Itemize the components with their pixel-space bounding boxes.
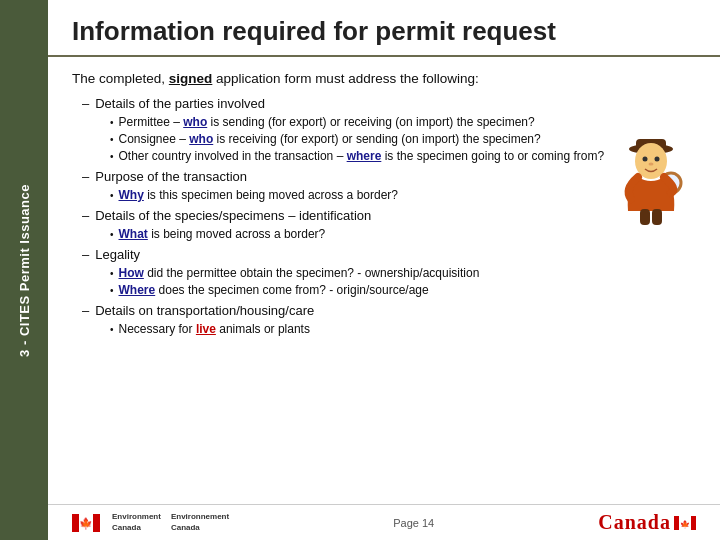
bullet-dot: • bbox=[110, 268, 114, 279]
list-item: • Where does the specimen come from? - o… bbox=[110, 283, 696, 297]
list-item: • What is being moved across a border? bbox=[110, 227, 696, 241]
dash-1: – bbox=[82, 96, 89, 111]
section-legality-header: – Legality bbox=[82, 247, 696, 262]
section-purpose: – Purpose of the transaction • Why is th… bbox=[82, 169, 696, 202]
decorative-figure bbox=[616, 131, 686, 231]
sidebar-label: 3 - CITES Permit Issuance bbox=[17, 184, 32, 357]
svg-rect-16 bbox=[691, 516, 696, 530]
bullet-dot: • bbox=[110, 324, 114, 335]
bullet-dot: • bbox=[110, 285, 114, 296]
bullet-text: Consignee – who is receiving (for export… bbox=[119, 132, 541, 146]
parties-bullet-list: • Permittee – who is sending (for export… bbox=[110, 115, 696, 163]
svg-text:🍁: 🍁 bbox=[79, 516, 93, 530]
bullet-text: Why is this specimen being moved across … bbox=[119, 188, 398, 202]
sidebar: 3 - CITES Permit Issuance bbox=[0, 0, 48, 540]
list-item: • Why is this specimen being moved acros… bbox=[110, 188, 696, 202]
list-item: • Other country involved in the transact… bbox=[110, 149, 696, 163]
bullet-text: Other country involved in the transactio… bbox=[119, 149, 605, 163]
canada-text: Canada bbox=[598, 511, 671, 534]
page-header: Information required for permit request bbox=[48, 0, 720, 57]
bullet-dot: • bbox=[110, 229, 114, 240]
page-footer: 🍁 Environment Canada Environnement Canad… bbox=[48, 504, 720, 540]
list-item: • Consignee – who is receiving (for expo… bbox=[110, 132, 696, 146]
svg-point-5 bbox=[649, 163, 654, 166]
main-panel: Information required for permit request … bbox=[48, 0, 720, 540]
legality-bullet-list: • How did the permittee obtain the speci… bbox=[110, 266, 696, 297]
section-parties-header: – Details of the parties involved bbox=[82, 96, 696, 111]
canada-wordmark: Canada 🍁 bbox=[598, 511, 696, 534]
section-parties: – Details of the parties involved • Perm… bbox=[82, 96, 696, 163]
page-number: Page 14 bbox=[229, 517, 598, 529]
list-item: • Necessary for live animals or plants bbox=[110, 322, 696, 336]
dash-4: – bbox=[82, 247, 89, 262]
dash-3: – bbox=[82, 208, 89, 223]
svg-point-3 bbox=[643, 157, 648, 162]
bullet-dot: • bbox=[110, 117, 114, 128]
svg-rect-9 bbox=[652, 209, 662, 225]
svg-text:🍁: 🍁 bbox=[680, 519, 690, 529]
bullet-text: How did the permittee obtain the specime… bbox=[119, 266, 480, 280]
logo-en: Environment Canada bbox=[112, 512, 161, 533]
canada-flag-small: 🍁 bbox=[674, 516, 696, 530]
bullet-text: Necessary for live animals or plants bbox=[119, 322, 310, 336]
bullet-text: Permittee – who is sending (for export) … bbox=[119, 115, 535, 129]
species-bullet-list: • What is being moved across a border? bbox=[110, 227, 696, 241]
svg-rect-14 bbox=[674, 516, 679, 530]
logo-fr: Environnement Canada bbox=[171, 512, 229, 533]
svg-rect-12 bbox=[93, 514, 100, 532]
section-purpose-title: Purpose of the transaction bbox=[95, 169, 247, 184]
page-title: Information required for permit request bbox=[72, 16, 556, 46]
bullet-dot: • bbox=[110, 190, 114, 201]
env-canada-logos: Environment Canada Environnement Canada bbox=[112, 512, 229, 533]
bullet-dot: • bbox=[110, 151, 114, 162]
section-transport-header: – Details on transportation/housing/care bbox=[82, 303, 696, 318]
footer-logos: 🍁 Environment Canada Environnement Canad… bbox=[72, 512, 229, 533]
detective-svg bbox=[616, 131, 686, 231]
section-parties-title: Details of the parties involved bbox=[95, 96, 265, 111]
bullet-text: What is being moved across a border? bbox=[119, 227, 326, 241]
svg-rect-10 bbox=[72, 514, 79, 532]
content-wrapper: The completed, signed application form m… bbox=[72, 71, 696, 336]
bullet-text: Where does the specimen come from? - ori… bbox=[119, 283, 429, 297]
section-transport: – Details on transportation/housing/care… bbox=[82, 303, 696, 336]
section-species-title: Details of the species/specimens – ident… bbox=[95, 208, 371, 223]
section-transport-title: Details on transportation/housing/care bbox=[95, 303, 314, 318]
list-item: • Permittee – who is sending (for export… bbox=[110, 115, 696, 129]
purpose-bullet-list: • Why is this specimen being moved acros… bbox=[110, 188, 696, 202]
dash-2: – bbox=[82, 169, 89, 184]
transport-bullet-list: • Necessary for live animals or plants bbox=[110, 322, 696, 336]
intro-text: The completed, signed application form m… bbox=[72, 71, 696, 86]
section-legality: – Legality • How did the permittee obtai… bbox=[82, 247, 696, 297]
section-legality-title: Legality bbox=[95, 247, 140, 262]
section-purpose-header: – Purpose of the transaction bbox=[82, 169, 696, 184]
dash-5: – bbox=[82, 303, 89, 318]
svg-rect-8 bbox=[640, 209, 650, 225]
list-item: • How did the permittee obtain the speci… bbox=[110, 266, 696, 280]
svg-point-4 bbox=[655, 157, 660, 162]
bullet-dot: • bbox=[110, 134, 114, 145]
canada-flag-icon: 🍁 bbox=[72, 514, 100, 532]
section-species-header: – Details of the species/specimens – ide… bbox=[82, 208, 696, 223]
section-species: – Details of the species/specimens – ide… bbox=[82, 208, 696, 241]
flag-logo: 🍁 bbox=[72, 514, 100, 532]
content-area: The completed, signed application form m… bbox=[48, 57, 720, 504]
